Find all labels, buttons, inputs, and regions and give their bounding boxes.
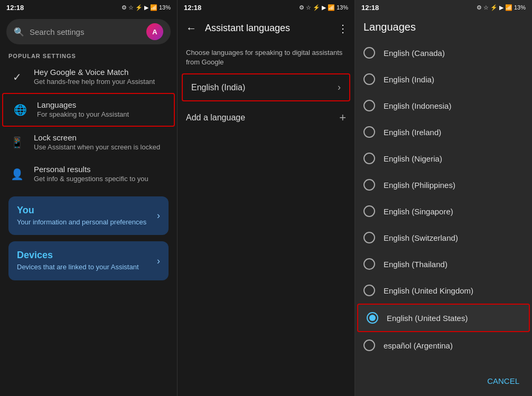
language-picker-header: Languages bbox=[355, 15, 532, 40]
panel-settings-list: 12:18 ⚙ ☆ ⚡ ▶ 📶 13% 🔍 Search settings A … bbox=[0, 0, 178, 396]
lock-screen-text: Lock screen Use Assistant when your scre… bbox=[34, 133, 169, 152]
radio-circle-en-ph bbox=[363, 179, 375, 191]
languages-subtitle: For speaking to your Assistant bbox=[37, 110, 165, 119]
radio-circle-en-th bbox=[363, 258, 375, 270]
lock-screen-icon: 📱 bbox=[8, 134, 25, 151]
status-time-3: 12:18 bbox=[361, 4, 379, 12]
language-option-en-th[interactable]: English (Thailand) bbox=[355, 251, 532, 277]
language-option-en-sg[interactable]: English (Singapore) bbox=[355, 198, 532, 224]
devices-card-subtitle: Devices that are linked to your Assistan… bbox=[17, 263, 153, 272]
panel2-description: Choose languages for speaking to digital… bbox=[178, 42, 354, 71]
status-icons-text-2: ⚙ ☆ ⚡ ▶ 📶 13% bbox=[299, 4, 348, 11]
back-button[interactable]: ← bbox=[184, 20, 199, 36]
hey-google-title: Hey Google & Voice Match bbox=[34, 68, 169, 77]
hey-google-icon: ✓ bbox=[8, 69, 25, 86]
radio-circle-en-id bbox=[363, 100, 375, 111]
personal-results-title: Personal results bbox=[34, 165, 169, 174]
status-icons-2: ⚙ ☆ ⚡ ▶ 📶 13% bbox=[299, 4, 348, 11]
radio-circle-en-ch bbox=[363, 232, 375, 243]
language-name-en-ie: English (Ireland) bbox=[384, 128, 441, 137]
radio-circle-en-in bbox=[363, 73, 375, 85]
language-option-en-ie[interactable]: English (Ireland) bbox=[355, 119, 532, 145]
languages-title: Languages bbox=[37, 100, 165, 109]
language-name-en-ph: English (Philippines) bbox=[384, 181, 455, 190]
panel2-header: ← Assistant languages ⋮ bbox=[178, 15, 354, 42]
language-option-en-us[interactable]: English (United States) bbox=[357, 304, 530, 332]
hey-google-text: Hey Google & Voice Match Get hands-free … bbox=[34, 68, 169, 87]
language-india-text: English (India) bbox=[191, 83, 338, 92]
languages-icon: 🌐 bbox=[12, 101, 29, 118]
settings-item-lock-screen[interactable]: 📱 Lock screen Use Assistant when your sc… bbox=[0, 127, 177, 158]
panel-assistant-languages: 12:18 ⚙ ☆ ⚡ ▶ 📶 13% ← Assistant language… bbox=[178, 0, 355, 396]
radio-circle-en-gb bbox=[363, 285, 375, 296]
settings-item-personal-results[interactable]: 👤 Personal results Get info & suggestion… bbox=[0, 158, 177, 190]
language-option-es-cl[interactable]: español (Chile) bbox=[355, 359, 532, 366]
language-item-india[interactable]: English (India) › bbox=[182, 73, 350, 101]
language-name-en-ch: English (Switzerland) bbox=[384, 233, 458, 242]
language-option-en-in[interactable]: English (India) bbox=[355, 66, 532, 92]
status-bar-2: 12:18 ⚙ ☆ ⚡ ▶ 📶 13% bbox=[178, 0, 354, 15]
status-bar-3: 12:18 ⚙ ☆ ⚡ ▶ 📶 13% bbox=[355, 0, 532, 15]
radio-circle-en-sg bbox=[363, 205, 375, 217]
status-time: 12:18 bbox=[6, 4, 24, 12]
cancel-button[interactable]: Cancel bbox=[483, 372, 524, 390]
language-list: English (Canada)English (India)English (… bbox=[355, 40, 532, 366]
language-name-en-gb: English (United Kingdom) bbox=[384, 286, 473, 295]
devices-card-text: Devices Devices that are linked to your … bbox=[17, 250, 153, 272]
status-icons-3: ⚙ ☆ ⚡ ▶ 📶 13% bbox=[477, 4, 526, 11]
more-options-button[interactable]: ⋮ bbox=[338, 22, 348, 35]
personal-results-icon: 👤 bbox=[8, 166, 25, 183]
search-bar[interactable]: 🔍 Search settings A bbox=[6, 19, 171, 44]
language-option-en-ng[interactable]: English (Nigeria) bbox=[355, 145, 532, 172]
language-name-en-in: English (India) bbox=[384, 75, 434, 84]
you-card[interactable]: You Your information and personal prefer… bbox=[8, 196, 169, 235]
language-option-en-gb[interactable]: English (United Kingdom) bbox=[355, 277, 532, 304]
language-name-en-sg: English (Singapore) bbox=[384, 207, 453, 216]
language-option-es-ar[interactable]: español (Argentina) bbox=[355, 332, 532, 359]
radio-circle-en-ca bbox=[363, 47, 375, 59]
language-picker-title: Languages bbox=[363, 21, 416, 33]
language-item-arrow: › bbox=[338, 82, 341, 93]
personal-results-subtitle: Get info & suggestions specific to you bbox=[34, 175, 169, 184]
radio-circle-es-ar bbox=[363, 340, 375, 351]
language-option-en-id[interactable]: English (Indonesia) bbox=[355, 92, 532, 119]
status-icons-text: ⚙ ☆ ⚡ ▶ 📶 13% bbox=[122, 4, 171, 11]
language-name-en-ca: English (Canada) bbox=[384, 49, 445, 58]
status-bar: 12:18 ⚙ ☆ ⚡ ▶ 📶 13% bbox=[0, 0, 177, 15]
radio-inner-en-us bbox=[369, 315, 376, 321]
languages-text: Languages For speaking to your Assistant bbox=[37, 100, 165, 119]
you-card-arrow: › bbox=[157, 210, 160, 221]
settings-item-languages[interactable]: 🌐 Languages For speaking to your Assista… bbox=[2, 93, 175, 127]
devices-card-arrow: › bbox=[157, 256, 160, 267]
you-card-text: You Your information and personal prefer… bbox=[17, 205, 153, 227]
language-option-en-ch[interactable]: English (Switzerland) bbox=[355, 224, 532, 251]
avatar[interactable]: A bbox=[146, 23, 163, 40]
you-card-title: You bbox=[17, 205, 153, 216]
search-placeholder: Search settings bbox=[30, 27, 141, 36]
hey-google-subtitle: Get hands-free help from your Assistant bbox=[34, 78, 169, 87]
language-option-en-ph[interactable]: English (Philippines) bbox=[355, 172, 532, 198]
dialog-footer: Cancel bbox=[355, 366, 532, 396]
lock-screen-title: Lock screen bbox=[34, 133, 169, 142]
language-option-en-ca[interactable]: English (Canada) bbox=[355, 40, 532, 66]
radio-circle-en-ng bbox=[363, 153, 375, 164]
language-name-en-th: English (Thailand) bbox=[384, 260, 447, 269]
language-name-en-us: English (United States) bbox=[387, 314, 468, 323]
devices-card[interactable]: Devices Devices that are linked to your … bbox=[8, 241, 169, 280]
panel2-title: Assistant languages bbox=[205, 23, 331, 34]
settings-item-hey-google[interactable]: ✓ Hey Google & Voice Match Get hands-fre… bbox=[0, 61, 177, 93]
lock-screen-subtitle: Use Assistant when your screen is locked bbox=[34, 143, 169, 152]
status-icons-text-3: ⚙ ☆ ⚡ ▶ 📶 13% bbox=[477, 4, 526, 11]
search-icon: 🔍 bbox=[14, 27, 24, 37]
radio-circle-en-ie bbox=[363, 126, 375, 138]
status-time-2: 12:18 bbox=[184, 4, 201, 12]
language-name-en-id: English (Indonesia) bbox=[384, 101, 451, 110]
add-icon: + bbox=[339, 111, 346, 125]
personal-results-text: Personal results Get info & suggestions … bbox=[34, 165, 169, 184]
add-language-text: Add a language bbox=[186, 113, 339, 122]
language-name-en-ng: English (Nigeria) bbox=[384, 154, 442, 163]
radio-circle-en-us bbox=[367, 312, 378, 324]
devices-card-title: Devices bbox=[17, 250, 153, 261]
popular-settings-label: POPULAR SETTINGS bbox=[0, 49, 177, 61]
add-language-button[interactable]: Add a language + bbox=[178, 103, 354, 132]
